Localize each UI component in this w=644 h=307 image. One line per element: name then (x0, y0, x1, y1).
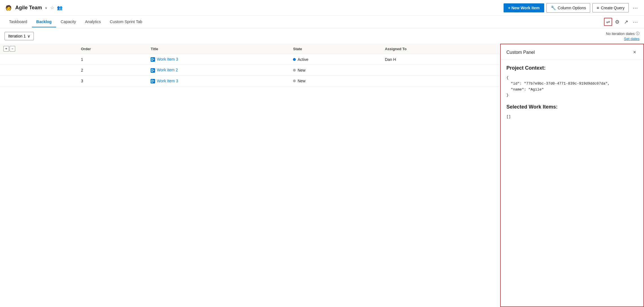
row-state: Active (290, 54, 381, 65)
info-icon[interactable]: ⓘ (636, 31, 639, 36)
row-assigned: Dan H (381, 54, 500, 65)
work-item-title-link[interactable]: Work Item 3 (157, 79, 178, 83)
sub-header-right: No iteration dates ⓘ Set dates (606, 31, 639, 41)
more-options-button[interactable]: ⋯ (631, 4, 639, 12)
work-item-type-icon (151, 79, 157, 83)
main-layout: + − Order Title State Assigned To 1Work … (0, 44, 644, 307)
backlog-table: + − Order Title State Assigned To 1Work … (0, 44, 500, 87)
state-text: New (297, 79, 305, 83)
tabs-bar: Taskboard Backlog Capacity Analytics Cus… (0, 16, 644, 28)
person-icon: 🧑 (5, 4, 12, 12)
col-state-header: State (290, 44, 381, 54)
work-item-type-icon (151, 57, 157, 61)
settings-icon-button[interactable]: ⚙ (613, 18, 621, 26)
col-title-header: Title (147, 44, 290, 54)
row-checkbox-cell (0, 54, 78, 65)
panel-title: Custom Panel (506, 50, 535, 55)
more-icon: ⋯ (633, 19, 638, 25)
state-text: New (297, 68, 305, 72)
add-remove-controls: + − (3, 46, 74, 52)
state-dot-icon (293, 58, 296, 61)
col-order-header: Order (78, 44, 147, 54)
work-item-title-link[interactable]: Work item 2 (157, 68, 178, 72)
row-title: Work item 2 (147, 65, 290, 76)
tabs-more-icon-button[interactable]: ⋯ (631, 18, 639, 26)
row-state: New (290, 76, 381, 86)
tab-custom-sprint[interactable]: Custom Sprint Tab (105, 17, 147, 27)
row-state: New (290, 65, 381, 76)
create-query-label: Create Query (601, 6, 625, 10)
favorite-icon[interactable]: ☆ (50, 5, 54, 10)
create-query-button[interactable]: ≡ Create Query (592, 3, 629, 12)
filter-icon: ⇌ (606, 19, 610, 24)
expand-icon: ↗ (624, 19, 628, 25)
tabs-bar-right: ⇌ ⚙ ↗ ⋯ (604, 18, 644, 26)
iteration-chevron-icon: ∨ (27, 34, 30, 38)
remove-row-button[interactable]: − (10, 46, 15, 52)
column-options-label: Column Options (558, 6, 586, 10)
tab-analytics[interactable]: Analytics (81, 17, 105, 27)
selected-work-items-heading: Selected Work Items: (506, 104, 638, 110)
no-dates-text: No iteration dates (606, 32, 635, 36)
row-order: 2 (78, 65, 147, 76)
row-order: 1 (78, 54, 147, 65)
iteration-label: Iteration 1 (8, 34, 26, 38)
row-assigned (381, 76, 500, 86)
add-row-button[interactable]: + (3, 46, 9, 52)
col-controls-header: + − (0, 44, 78, 54)
column-options-icon: 🔧 (551, 5, 556, 10)
sub-header: Iteration 1 ∨ No iteration dates ⓘ Set d… (0, 28, 644, 44)
set-dates-link[interactable]: Set dates (624, 37, 639, 41)
svg-rect-8 (153, 81, 154, 81)
row-assigned (381, 65, 500, 76)
custom-panel: Custom Panel × Project Context: { "id": … (500, 44, 644, 307)
row-checkbox-cell (0, 76, 78, 86)
no-iteration-dates-row: No iteration dates ⓘ (606, 31, 639, 36)
column-options-button[interactable]: 🔧 Column Options (546, 3, 590, 13)
filter-icon-button[interactable]: ⇌ (604, 18, 612, 26)
work-item-type-icon (151, 68, 157, 72)
table-row: 1Work Item 3ActiveDan H (0, 54, 500, 65)
panel-close-button[interactable]: × (631, 49, 638, 56)
row-checkbox-cell (0, 65, 78, 76)
table-row: 3Work Item 3New (0, 76, 500, 86)
row-order: 3 (78, 76, 147, 86)
tab-taskboard[interactable]: Taskboard (5, 17, 32, 27)
top-bar-right: + New Work Item 🔧 Column Options ≡ Creat… (504, 3, 639, 13)
top-bar: 🧑 Agile Team ∨ ☆ 👥 + New Work Item 🔧 Col… (0, 0, 644, 16)
backlog-table-area: + − Order Title State Assigned To 1Work … (0, 44, 500, 307)
team-chevron-icon[interactable]: ∨ (45, 6, 47, 10)
team-members-icon[interactable]: 👥 (57, 5, 63, 10)
state-dot-icon (293, 69, 296, 72)
tab-capacity[interactable]: Capacity (56, 17, 80, 27)
tab-backlog[interactable]: Backlog (32, 17, 56, 27)
state-dot-icon (293, 79, 296, 82)
expand-icon-button[interactable]: ↗ (622, 18, 630, 26)
create-query-icon: ≡ (597, 5, 599, 10)
state-text: Active (297, 57, 308, 62)
gear-icon: ⚙ (615, 19, 619, 25)
panel-header: Custom Panel × (501, 44, 643, 59)
row-title: Work Item 3 (147, 76, 290, 86)
iteration-dropdown-button[interactable]: Iteration 1 ∨ (5, 32, 34, 40)
team-name[interactable]: Agile Team (15, 5, 42, 11)
selected-work-items-code: [] (506, 114, 638, 120)
project-context-heading: Project Context: (506, 65, 638, 71)
panel-body: Project Context: { "id": "77b7e9bc-37d0-… (501, 59, 643, 131)
top-bar-left: 🧑 Agile Team ∨ ☆ 👥 (5, 4, 504, 12)
table-header-row: + − Order Title State Assigned To (0, 44, 500, 54)
svg-rect-2 (153, 59, 154, 59)
table-row: 2Work item 2New (0, 65, 500, 76)
row-title: Work Item 3 (147, 54, 290, 65)
new-work-item-button[interactable]: + New Work Item (504, 3, 544, 12)
work-item-title-link[interactable]: Work Item 3 (157, 57, 178, 61)
project-context-code: { "id": "77b7e9bc-37d0-4771-839c-919d9dd… (506, 75, 638, 98)
svg-rect-5 (153, 70, 154, 70)
col-assigned-header: Assigned To (381, 44, 500, 54)
